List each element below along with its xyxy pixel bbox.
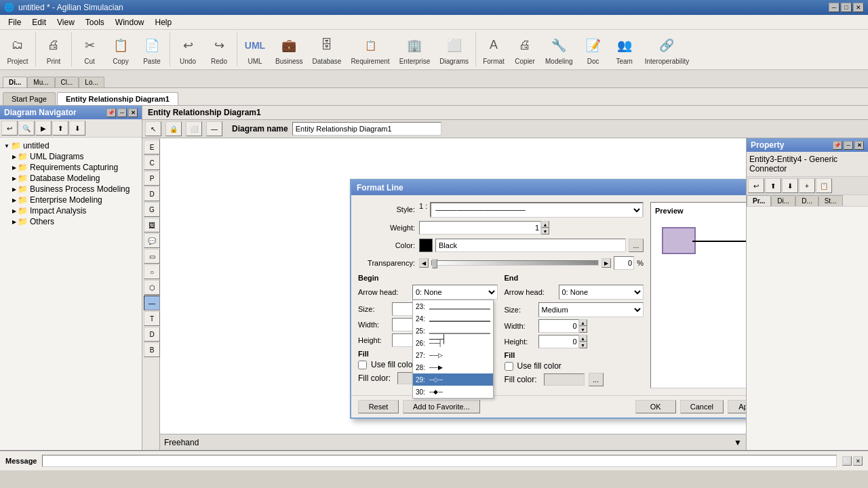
toolbar-paste[interactable]: 📄 Paste (137, 33, 167, 66)
palette-text[interactable]: T (144, 311, 160, 326)
sub-tab-mu[interactable]: Mu... (27, 77, 54, 87)
palette-oval[interactable]: ○ (144, 264, 160, 279)
prop-tool-4[interactable]: + (799, 178, 815, 193)
palette-callout[interactable]: 💬 (144, 233, 160, 248)
toolbar-cut[interactable]: ✂ Cut (75, 33, 104, 66)
sub-tab-di[interactable]: Di... (3, 77, 27, 87)
weight-down[interactable]: ▼ (541, 228, 549, 235)
palette-common[interactable]: C (144, 155, 160, 170)
tree-item-uml[interactable]: ▶ 📁 UML Diagrams (3, 151, 139, 162)
end-height-down[interactable]: ▼ (579, 342, 587, 348)
end-use-fill-checkbox[interactable] (505, 362, 513, 371)
diagram-name-input[interactable] (292, 122, 441, 136)
toolbar-uml[interactable]: UML UML (240, 33, 270, 66)
slider-start-button[interactable]: ◀ (419, 258, 429, 268)
reset-button[interactable]: Reset (358, 400, 399, 413)
prop-tab-di[interactable]: Di... (771, 195, 795, 206)
sub-tab-cl[interactable]: Cl... (55, 77, 79, 87)
menu-help[interactable]: Help (150, 16, 178, 28)
tree-item-impact[interactable]: ▶ 📁 Impact Analysis (3, 205, 139, 216)
prop-tool-2[interactable]: ⬆ (765, 178, 781, 193)
color-picker-button[interactable]: ... (629, 239, 644, 252)
prop-tool-5[interactable]: 📋 (816, 178, 832, 193)
nav-close-button[interactable]: ✕ (128, 108, 138, 117)
toolbar-project[interactable]: 🗂 Project (3, 33, 33, 66)
palette-package[interactable]: P (144, 171, 160, 186)
sub-tab-lo[interactable]: Lo... (79, 77, 104, 87)
prop-tab-st[interactable]: St... (818, 195, 843, 206)
cancel-button[interactable]: Cancel (680, 400, 724, 413)
end-width-input[interactable] (538, 319, 579, 333)
end-arrow-select[interactable]: 0: None 1: Arrow (559, 285, 644, 300)
end-width-down[interactable]: ▼ (579, 326, 587, 333)
tree-item-others[interactable]: ▶ 📁 Others (3, 216, 139, 227)
property-close-button[interactable]: ✕ (854, 141, 864, 150)
weight-up[interactable]: ▲ (541, 221, 549, 228)
tree-item-untitled[interactable]: ▼ 📁 untitled (3, 140, 139, 151)
tree-item-bpm[interactable]: ▶ 📁 Business Process Modeling (3, 184, 139, 195)
end-width-up[interactable]: ▲ (579, 319, 587, 326)
end-height-input[interactable] (538, 335, 579, 348)
dropdown-item-28[interactable]: 28: ──▶ (413, 361, 493, 373)
palette-polygon[interactable]: ⬡ (144, 280, 160, 295)
toolbar-diagrams[interactable]: ⬜ Diagrams (435, 33, 473, 66)
dropdown-item-26[interactable]: 26: ──┤ (413, 337, 493, 349)
slider-track[interactable] (431, 260, 599, 266)
menu-view[interactable]: View (52, 16, 80, 28)
dropdown-item-24[interactable]: 24: (413, 312, 493, 325)
nav-tool-3[interactable]: ▶ (35, 121, 52, 136)
menu-window[interactable]: Window (110, 16, 150, 28)
toolbar-requirement[interactable]: 📋 Requirement (347, 33, 393, 66)
line-tool[interactable]: — (206, 121, 222, 136)
palette-entity[interactable]: E (144, 140, 160, 155)
prop-tool-3[interactable]: ⬇ (782, 178, 798, 193)
toolbar-enterprise[interactable]: 🏢 Enterprise (395, 33, 435, 66)
tree-item-req[interactable]: ▶ 📁 Requirements Capturing (3, 162, 139, 173)
toolbar-copy[interactable]: 📋 Copy (106, 33, 136, 66)
toolbar-modeling[interactable]: 🔧 Modeling (541, 33, 577, 66)
tab-erd[interactable]: Entity Relationship Diagram1 (57, 92, 178, 105)
end-fill-color-input[interactable] (544, 373, 585, 386)
minimize-button[interactable]: ─ (829, 3, 840, 12)
nav-tool-1[interactable]: ↩ (1, 121, 18, 136)
message-close-button[interactable]: ✕ (853, 456, 863, 466)
slider-end-button[interactable]: ▶ (601, 258, 611, 268)
prop-tab-d[interactable]: D... (795, 195, 818, 206)
close-button[interactable]: ✕ (853, 3, 864, 12)
dropdown-item-27[interactable]: 27: ──▷ (413, 349, 493, 361)
palette-diagram-item[interactable]: D (144, 186, 160, 201)
style-select[interactable]: ───────────────── - - - - - - - - - - · … (431, 203, 643, 218)
property-minimize-button[interactable]: ─ (844, 141, 853, 150)
weight-input[interactable] (419, 221, 541, 235)
dropdown-item-25[interactable]: 25: ──┤ (413, 325, 493, 337)
palette-image[interactable]: 🖼 (144, 218, 160, 232)
expand-icon[interactable]: ▼ (734, 438, 742, 447)
nav-tool-5[interactable]: ⬇ (69, 121, 85, 136)
dropdown-item-30[interactable]: 30: ─◆─ (413, 386, 493, 398)
apply-button[interactable]: Apply (728, 400, 746, 413)
palette-bus[interactable]: B (144, 342, 160, 357)
palette-diag2[interactable]: D (144, 327, 160, 342)
toolbar-database[interactable]: 🗄 Database (309, 33, 346, 66)
transparency-input[interactable] (614, 256, 634, 270)
diagram-canvas[interactable]: Freehand ▼ Format Line ✕ Style: (160, 138, 746, 450)
end-height-up[interactable]: ▲ (579, 335, 587, 342)
tab-start-page[interactable]: Start Page (3, 92, 56, 105)
tree-item-enterprise[interactable]: ▶ 📁 Enterprise Modeling (3, 195, 139, 205)
prop-tool-1[interactable]: ↩ (748, 178, 764, 193)
palette-rect[interactable]: ▭ (144, 249, 160, 264)
toolbar-copier[interactable]: 🖨 Copier (510, 33, 540, 66)
nav-tool-2[interactable]: 🔍 (18, 121, 35, 136)
menu-file[interactable]: File (3, 16, 26, 28)
toolbar-format[interactable]: A Format (479, 33, 509, 66)
toolbar-redo[interactable]: ↪ Redo (204, 33, 234, 66)
toolbar-undo[interactable]: ↩ Undo (173, 33, 203, 66)
toolbar-team[interactable]: 👥 Team (610, 33, 639, 66)
begin-use-fill-checkbox[interactable] (358, 361, 367, 369)
add-to-favorite-button[interactable]: Add to Favorite... (403, 400, 480, 413)
shape-tool[interactable]: ⬜ (186, 121, 202, 136)
palette-generic[interactable]: G (144, 202, 160, 217)
nav-tool-4[interactable]: ⬆ (52, 121, 68, 136)
message-expand-button[interactable]: ⬜ (842, 456, 852, 466)
select-tool[interactable]: ↖ (145, 121, 161, 136)
